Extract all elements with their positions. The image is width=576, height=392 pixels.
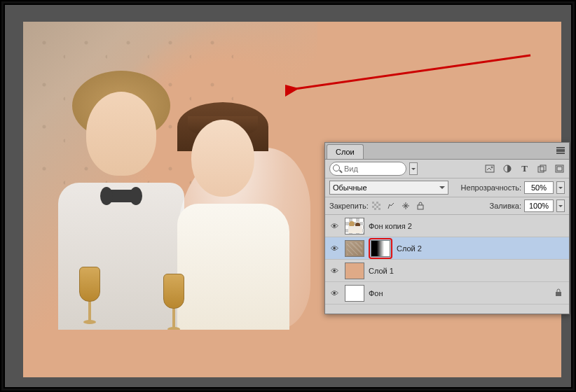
filter-type-icon[interactable]: T: [519, 164, 530, 174]
fill-dropdown[interactable]: [556, 200, 565, 212]
layer-row[interactable]: 👁 Фон копия 2: [325, 215, 569, 237]
layer-filter-input[interactable]: [329, 162, 406, 176]
layer-mask-highlight[interactable]: [369, 238, 392, 259]
opacity-label: Непрозрачность:: [461, 183, 521, 192]
layer-row[interactable]: 👁 Слой 1: [325, 260, 569, 282]
opacity-dropdown[interactable]: [556, 181, 565, 194]
visibility-icon[interactable]: 👁: [328, 244, 341, 253]
lock-label: Закрепить:: [329, 202, 369, 210]
layer-thumb[interactable]: [345, 285, 364, 302]
lock-icon: [555, 288, 562, 298]
svg-rect-4: [540, 165, 546, 171]
filter-shape-icon[interactable]: [537, 164, 547, 174]
svg-rect-3: [538, 167, 544, 172]
layer-mask-thumb[interactable]: [371, 240, 390, 257]
layer-name[interactable]: Слой 2: [397, 244, 422, 253]
panel-tabbar: Слои: [325, 143, 569, 160]
layers-panel: Слои T Обычные Непрозрачность: 50%: [324, 142, 570, 314]
search-icon: [333, 164, 340, 172]
visibility-icon[interactable]: 👁: [328, 267, 341, 275]
layer-thumb[interactable]: [345, 240, 364, 257]
opacity-input[interactable]: 50%: [524, 181, 554, 194]
layer-name[interactable]: Фон копия 2: [369, 222, 412, 230]
svg-rect-11: [556, 292, 561, 296]
svg-rect-7: [372, 202, 380, 210]
layer-thumb[interactable]: [345, 262, 364, 279]
tab-layers[interactable]: Слои: [327, 144, 364, 159]
filter-smart-icon[interactable]: [554, 164, 565, 174]
composite-image: [23, 22, 317, 330]
visibility-icon[interactable]: 👁: [328, 289, 341, 298]
blend-mode-select[interactable]: Обычные: [329, 181, 448, 195]
app-frame: Слои T Обычные Непрозрачность: 50%: [1, 1, 575, 391]
filter-dropdown[interactable]: [409, 162, 418, 175]
lock-row: Закрепить: Заливка: 100%: [325, 197, 569, 215]
canvas-workspace: Слои T Обычные Непрозрачность: 50%: [5, 5, 571, 387]
layer-thumb[interactable]: [345, 218, 364, 234]
lock-position-icon[interactable]: [401, 201, 411, 211]
filter-pixel-icon[interactable]: [484, 164, 495, 174]
lock-pixels-icon[interactable]: [386, 201, 397, 211]
lock-all-icon[interactable]: [416, 201, 426, 211]
lock-transparency-icon[interactable]: [371, 201, 382, 211]
blend-row: Обычные Непрозрачность: 50%: [325, 178, 569, 197]
layer-name[interactable]: Фон: [369, 289, 383, 298]
layer-row[interactable]: 👁 Слой 2: [325, 237, 569, 260]
svg-rect-6: [557, 167, 562, 171]
fill-input[interactable]: 100%: [524, 200, 554, 212]
svg-rect-10: [418, 205, 423, 209]
fill-label: Заливка:: [490, 202, 521, 210]
visibility-icon[interactable]: 👁: [328, 222, 341, 230]
layer-name[interactable]: Слой 1: [369, 267, 394, 275]
layers-list: 👁 Фон копия 2 👁 Слой 2 👁 Слой 1 👁 Фон: [325, 215, 569, 314]
filter-adjust-icon[interactable]: [502, 164, 512, 174]
layer-row[interactable]: 👁 Фон: [325, 282, 569, 304]
panel-menu-icon[interactable]: [555, 146, 566, 155]
filter-row: T: [325, 160, 569, 178]
